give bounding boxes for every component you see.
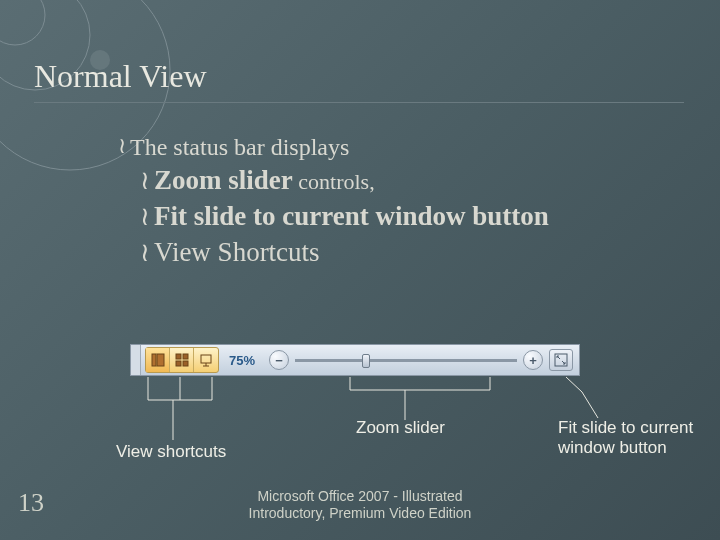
zoom-out-button[interactable]: − <box>269 350 289 370</box>
zoom-slider: − + <box>269 350 543 370</box>
svg-rect-7 <box>176 354 181 359</box>
bullet-text: The status bar displays <box>130 132 349 162</box>
statusbar-mock: 75% − + <box>130 344 580 376</box>
svg-rect-6 <box>157 354 164 366</box>
svg-rect-9 <box>176 361 181 366</box>
svg-rect-10 <box>183 361 188 366</box>
bullet-icon: ≀ <box>140 236 150 270</box>
bullet-text: Zoom slider controls, <box>154 164 375 198</box>
slide-title: Normal View <box>34 58 207 95</box>
footer-text: Microsoft Office 2007 - IllustratedIntro… <box>0 488 720 522</box>
normal-view-button[interactable] <box>146 348 170 372</box>
svg-rect-5 <box>152 354 156 366</box>
slide-sorter-button[interactable] <box>170 348 194 372</box>
label-view-shortcuts: View shortcuts <box>116 442 226 462</box>
zoom-percent[interactable]: 75% <box>229 353 255 368</box>
bullet-text: View Shortcuts <box>154 236 320 270</box>
svg-rect-11 <box>201 355 211 363</box>
title-underline <box>34 102 684 103</box>
zoom-in-button[interactable]: + <box>523 350 543 370</box>
label-fit-window: Fit slide to current window button <box>558 418 713 457</box>
svg-rect-8 <box>183 354 188 359</box>
bullet-icon: ≀ <box>140 164 150 198</box>
bullet-icon: ≀ <box>140 200 150 234</box>
bullet-icon: ≀ <box>118 132 126 161</box>
view-shortcuts-group <box>145 347 219 373</box>
label-zoom-slider: Zoom slider <box>356 418 445 438</box>
svg-point-2 <box>0 0 45 45</box>
zoom-track[interactable] <box>295 359 517 362</box>
bullet-text: Fit slide to current window button <box>154 200 549 234</box>
fit-to-window-button[interactable] <box>549 349 573 371</box>
svg-rect-14 <box>555 354 567 366</box>
body-content: ≀ The status bar displays ≀ Zoom slider … <box>118 132 658 271</box>
statusbar-edge <box>131 345 141 375</box>
slideshow-button[interactable] <box>194 348 218 372</box>
zoom-thumb[interactable] <box>362 354 370 368</box>
